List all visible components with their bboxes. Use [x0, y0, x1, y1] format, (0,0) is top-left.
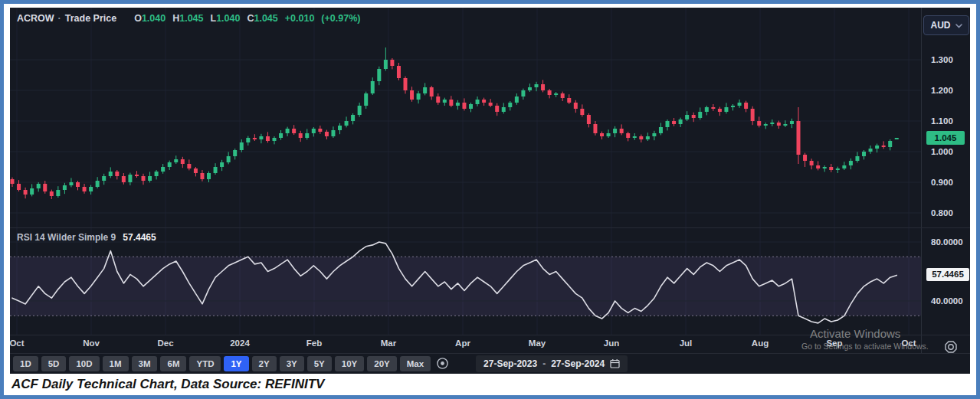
time-axis-label-aug: Aug [752, 338, 769, 348]
rsi-legend: RSI 14 Wilder Simple 957.4465 [17, 232, 156, 243]
last-price-badge: 1.045 [926, 131, 965, 145]
price-tick-label: 0.800 [931, 207, 970, 219]
open-value: 1.040 [142, 13, 166, 24]
ohlc-readout: O1.040H1.045L1.040C1.045+0.010(+0.97%) [127, 13, 360, 24]
rsi-indicator-pane[interactable] [10, 227, 921, 335]
rsi-label: RSI 14 Wilder Simple 9 [17, 232, 116, 243]
price-tick-label: 1.300 [931, 54, 970, 66]
high-value: 1.045 [179, 13, 203, 24]
rsi-tick-label: 40.0000 [931, 295, 970, 307]
range-button-6m[interactable]: 6M [160, 356, 186, 371]
price-tick-label: 1.100 [931, 115, 970, 127]
range-button-20y[interactable]: 20Y [367, 356, 396, 371]
range-button-10d[interactable]: 10D [69, 356, 99, 371]
time-axis-label-jun: Jun [604, 338, 619, 348]
range-button-1m[interactable]: 1M [103, 356, 129, 371]
price-tick-label: 0.900 [931, 176, 970, 188]
date-from: 27-Sep-2023 [483, 358, 537, 369]
time-axis-label-2024: 2024 [230, 338, 250, 348]
range-button-1y[interactable]: 1Y [224, 356, 248, 371]
series-label: Trade Price [65, 13, 116, 24]
range-button-1d[interactable]: 1D [13, 356, 38, 371]
change-value: +0.010 [285, 13, 315, 24]
separator-dot: · [58, 13, 61, 24]
trading-chart-window: ACROW·Trade PriceO1.040H1.045L1.040C1.04… [10, 8, 970, 374]
time-axis-label-nov: Nov [83, 338, 100, 348]
caption-text: ACF Daily Technical Chart, Data Source: … [11, 374, 969, 395]
time-axis-label-mar: Mar [381, 338, 396, 348]
time-axis-label-oct: Oct [10, 338, 25, 348]
time-axis-label-may: May [529, 338, 546, 348]
close-value: 1.045 [254, 13, 277, 24]
chevron-down-icon [955, 24, 962, 28]
date-to: 27-Sep-2024 [551, 358, 605, 369]
range-button-2y[interactable]: 2Y [252, 356, 277, 371]
range-button-10y[interactable]: 10Y [335, 356, 364, 371]
range-button-max[interactable]: Max [400, 356, 431, 371]
time-axis-label-apr: Apr [455, 338, 470, 348]
time-axis-label-dec: Dec [157, 338, 173, 348]
document-chart-frame: ACROW·Trade PriceO1.040H1.045L1.040C1.04… [0, 0, 980, 399]
pane-divider [10, 227, 970, 228]
interval-settings-icon[interactable] [434, 356, 451, 371]
low-value: 1.040 [216, 13, 240, 24]
range-button-5y[interactable]: 5Y [307, 356, 332, 371]
range-button-group: 1D5D10D1M3M6MYTD1Y2Y3Y5Y10Y20YMax [13, 356, 431, 371]
axis-settings-icon[interactable] [943, 339, 959, 355]
price-candlestick-pane[interactable] [10, 8, 921, 227]
date-range-picker[interactable]: 27-Sep-2023 - 27-Sep-2024 [476, 355, 628, 372]
range-button-5d[interactable]: 5D [41, 356, 67, 371]
instrument-symbol: ACROW [17, 13, 54, 24]
date-separator: - [542, 358, 546, 369]
rsi-value: 57.4465 [123, 232, 156, 243]
range-button-3y[interactable]: 3Y [280, 356, 304, 371]
change-percent: (+0.97%) [321, 13, 360, 24]
axis-column-divider [921, 8, 922, 353]
timeframe-toolbar: 1D5D10D1M3M6MYTD1Y2Y3Y5Y10Y20YMax 27-Sep… [10, 353, 970, 374]
currency-value: AUD [931, 20, 951, 31]
rsi-tick-label: 80.0000 [931, 236, 970, 248]
price-legend: ACROW·Trade PriceO1.040H1.045L1.040C1.04… [17, 13, 360, 24]
time-axis-label-sep: Sep [826, 338, 842, 348]
price-tick-label: 1.200 [931, 84, 970, 96]
time-axis: OctNovDec2024FebMarAprMayJunJulAugSepOct [10, 335, 921, 353]
time-axis-label-feb: Feb [306, 338, 322, 348]
range-button-3m[interactable]: 3M [132, 356, 158, 371]
time-axis-label-jul: Jul [680, 338, 693, 348]
rsi-value-badge: 57.4465 [926, 268, 969, 281]
calendar-icon[interactable] [610, 358, 620, 368]
range-button-ytd[interactable]: YTD [189, 356, 221, 371]
time-axis-label-oct: Oct [901, 338, 916, 348]
currency-dropdown[interactable]: AUD [923, 15, 969, 35]
price-tick-label: 1.000 [931, 146, 970, 158]
